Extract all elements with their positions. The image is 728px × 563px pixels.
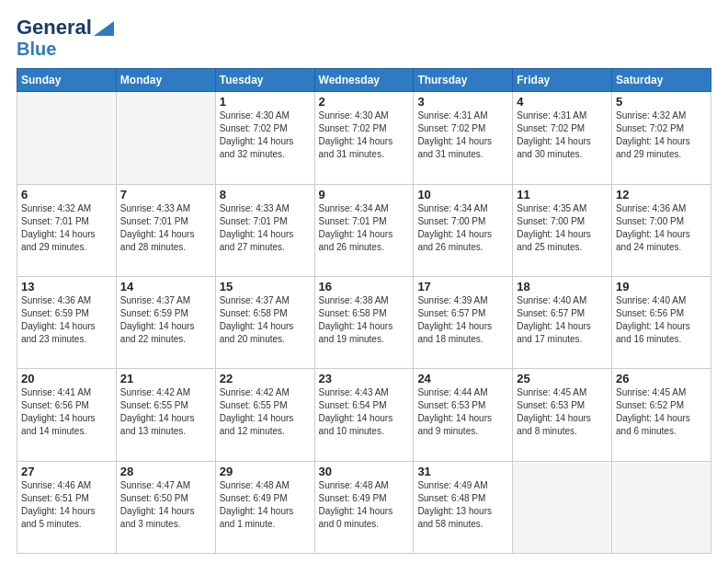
day-number: 10 — [417, 188, 508, 201]
day-info: Sunrise: 4:44 AMSunset: 6:53 PMDaylight:… — [417, 386, 508, 438]
calendar-day-cell: 20Sunrise: 4:41 AMSunset: 6:56 PMDayligh… — [17, 369, 117, 461]
calendar-header-thursday: Thursday — [414, 69, 513, 92]
day-info: Sunrise: 4:33 AMSunset: 7:01 PMDaylight:… — [120, 202, 211, 254]
calendar-day-cell: 3Sunrise: 4:31 AMSunset: 7:02 PMDaylight… — [414, 92, 513, 184]
calendar-day-cell — [612, 461, 711, 553]
calendar-day-cell: 22Sunrise: 4:42 AMSunset: 6:55 PMDayligh… — [215, 369, 314, 461]
calendar-day-cell — [513, 461, 612, 553]
calendar-day-cell: 14Sunrise: 4:37 AMSunset: 6:59 PMDayligh… — [116, 276, 215, 368]
day-info: Sunrise: 4:32 AMSunset: 7:02 PMDaylight:… — [616, 109, 707, 161]
calendar-week-5: 27Sunrise: 4:46 AMSunset: 6:51 PMDayligh… — [17, 461, 711, 553]
day-number: 20 — [21, 372, 112, 385]
day-info: Sunrise: 4:30 AMSunset: 7:02 PMDaylight:… — [319, 109, 410, 161]
day-info: Sunrise: 4:39 AMSunset: 6:57 PMDaylight:… — [417, 294, 508, 346]
day-number: 5 — [616, 95, 707, 109]
day-info: Sunrise: 4:42 AMSunset: 6:55 PMDaylight:… — [220, 386, 311, 438]
calendar-day-cell: 23Sunrise: 4:43 AMSunset: 6:54 PMDayligh… — [314, 369, 414, 461]
day-info: Sunrise: 4:41 AMSunset: 6:56 PMDaylight:… — [21, 386, 112, 438]
day-number: 2 — [319, 95, 410, 109]
day-info: Sunrise: 4:31 AMSunset: 7:02 PMDaylight:… — [517, 109, 608, 161]
calendar-day-cell: 30Sunrise: 4:48 AMSunset: 6:49 PMDayligh… — [314, 461, 414, 553]
day-info: Sunrise: 4:31 AMSunset: 7:02 PMDaylight:… — [417, 109, 508, 161]
calendar-day-cell: 18Sunrise: 4:40 AMSunset: 6:57 PMDayligh… — [513, 276, 612, 368]
day-info: Sunrise: 4:49 AMSunset: 6:48 PMDaylight:… — [417, 479, 508, 531]
day-info: Sunrise: 4:34 AMSunset: 7:00 PMDaylight:… — [417, 202, 508, 254]
calendar-day-cell: 5Sunrise: 4:32 AMSunset: 7:02 PMDaylight… — [612, 92, 711, 184]
day-info: Sunrise: 4:35 AMSunset: 7:00 PMDaylight:… — [517, 202, 608, 254]
day-number: 11 — [517, 188, 608, 201]
day-number: 8 — [220, 188, 311, 201]
day-number: 30 — [319, 465, 410, 478]
calendar-table: SundayMondayTuesdayWednesdayThursdayFrid… — [17, 68, 711, 554]
calendar-header-saturday: Saturday — [612, 69, 711, 92]
calendar-header-monday: Monday — [116, 69, 215, 92]
day-number: 12 — [616, 188, 707, 201]
calendar-week-3: 13Sunrise: 4:36 AMSunset: 6:59 PMDayligh… — [17, 276, 711, 368]
calendar-day-cell: 28Sunrise: 4:47 AMSunset: 6:50 PMDayligh… — [116, 461, 215, 553]
day-info: Sunrise: 4:40 AMSunset: 6:57 PMDaylight:… — [517, 294, 608, 346]
day-info: Sunrise: 4:36 AMSunset: 6:59 PMDaylight:… — [21, 294, 112, 346]
day-number: 6 — [21, 188, 112, 201]
calendar-day-cell — [17, 92, 117, 184]
day-info: Sunrise: 4:37 AMSunset: 6:58 PMDaylight:… — [220, 294, 311, 346]
calendar-day-cell: 27Sunrise: 4:46 AMSunset: 6:51 PMDayligh… — [17, 461, 117, 553]
page: General Blue SundayMondayTuesdayWednesda… — [0, 0, 728, 563]
calendar-week-2: 6Sunrise: 4:32 AMSunset: 7:01 PMDaylight… — [17, 184, 711, 276]
calendar-day-cell: 19Sunrise: 4:40 AMSunset: 6:56 PMDayligh… — [612, 276, 711, 368]
calendar-day-cell: 26Sunrise: 4:45 AMSunset: 6:52 PMDayligh… — [612, 369, 711, 461]
day-number: 13 — [21, 280, 112, 293]
day-number: 29 — [220, 465, 311, 478]
calendar-day-cell: 17Sunrise: 4:39 AMSunset: 6:57 PMDayligh… — [414, 276, 513, 368]
day-number: 24 — [417, 372, 508, 385]
day-info: Sunrise: 4:43 AMSunset: 6:54 PMDaylight:… — [319, 386, 410, 438]
day-number: 16 — [319, 280, 410, 293]
calendar-day-cell: 9Sunrise: 4:34 AMSunset: 7:01 PMDaylight… — [314, 184, 414, 276]
calendar-day-cell: 13Sunrise: 4:36 AMSunset: 6:59 PMDayligh… — [17, 276, 117, 368]
day-info: Sunrise: 4:46 AMSunset: 6:51 PMDaylight:… — [21, 479, 112, 531]
day-number: 27 — [21, 465, 112, 478]
day-info: Sunrise: 4:45 AMSunset: 6:53 PMDaylight:… — [517, 386, 608, 438]
calendar-day-cell: 7Sunrise: 4:33 AMSunset: 7:01 PMDaylight… — [116, 184, 215, 276]
day-info: Sunrise: 4:33 AMSunset: 7:01 PMDaylight:… — [220, 202, 311, 254]
calendar-day-cell: 6Sunrise: 4:32 AMSunset: 7:01 PMDaylight… — [17, 184, 117, 276]
calendar-day-cell: 16Sunrise: 4:38 AMSunset: 6:58 PMDayligh… — [314, 276, 414, 368]
calendar-day-cell: 21Sunrise: 4:42 AMSunset: 6:55 PMDayligh… — [116, 369, 215, 461]
calendar-day-cell: 8Sunrise: 4:33 AMSunset: 7:01 PMDaylight… — [215, 184, 314, 276]
day-info: Sunrise: 4:40 AMSunset: 6:56 PMDaylight:… — [616, 294, 707, 346]
day-number: 14 — [120, 280, 211, 293]
calendar-day-cell: 1Sunrise: 4:30 AMSunset: 7:02 PMDaylight… — [215, 92, 314, 184]
calendar-day-cell: 11Sunrise: 4:35 AMSunset: 7:00 PMDayligh… — [513, 184, 612, 276]
calendar-header-row: SundayMondayTuesdayWednesdayThursdayFrid… — [17, 69, 711, 92]
day-number: 28 — [120, 465, 211, 478]
calendar-header-tuesday: Tuesday — [215, 69, 314, 92]
day-number: 23 — [319, 372, 410, 385]
calendar-day-cell: 2Sunrise: 4:30 AMSunset: 7:02 PMDaylight… — [314, 92, 414, 184]
day-number: 22 — [220, 372, 311, 385]
calendar-day-cell: 25Sunrise: 4:45 AMSunset: 6:53 PMDayligh… — [513, 369, 612, 461]
day-info: Sunrise: 4:38 AMSunset: 6:58 PMDaylight:… — [319, 294, 410, 346]
header: General Blue — [17, 17, 711, 59]
day-number: 1 — [220, 95, 311, 109]
calendar-day-cell: 31Sunrise: 4:49 AMSunset: 6:48 PMDayligh… — [414, 461, 513, 553]
calendar-day-cell: 15Sunrise: 4:37 AMSunset: 6:58 PMDayligh… — [215, 276, 314, 368]
day-info: Sunrise: 4:47 AMSunset: 6:50 PMDaylight:… — [120, 479, 211, 531]
day-info: Sunrise: 4:30 AMSunset: 7:02 PMDaylight:… — [220, 109, 311, 161]
day-info: Sunrise: 4:48 AMSunset: 6:49 PMDaylight:… — [220, 479, 311, 531]
calendar-header-friday: Friday — [513, 69, 612, 92]
day-number: 21 — [120, 372, 211, 385]
day-info: Sunrise: 4:42 AMSunset: 6:55 PMDaylight:… — [120, 386, 211, 438]
day-number: 31 — [417, 465, 508, 478]
day-info: Sunrise: 4:32 AMSunset: 7:01 PMDaylight:… — [21, 202, 112, 254]
day-info: Sunrise: 4:34 AMSunset: 7:01 PMDaylight:… — [319, 202, 410, 254]
day-number: 19 — [616, 280, 707, 293]
logo-text: General — [17, 17, 114, 39]
calendar-day-cell: 12Sunrise: 4:36 AMSunset: 7:00 PMDayligh… — [612, 184, 711, 276]
day-number: 7 — [120, 188, 211, 201]
day-info: Sunrise: 4:37 AMSunset: 6:59 PMDaylight:… — [120, 294, 211, 346]
day-number: 3 — [417, 95, 508, 109]
calendar-week-1: 1Sunrise: 4:30 AMSunset: 7:02 PMDaylight… — [17, 92, 711, 184]
day-number: 25 — [517, 372, 608, 385]
day-number: 17 — [417, 280, 508, 293]
calendar-week-4: 20Sunrise: 4:41 AMSunset: 6:56 PMDayligh… — [17, 369, 711, 461]
day-number: 4 — [517, 95, 608, 109]
